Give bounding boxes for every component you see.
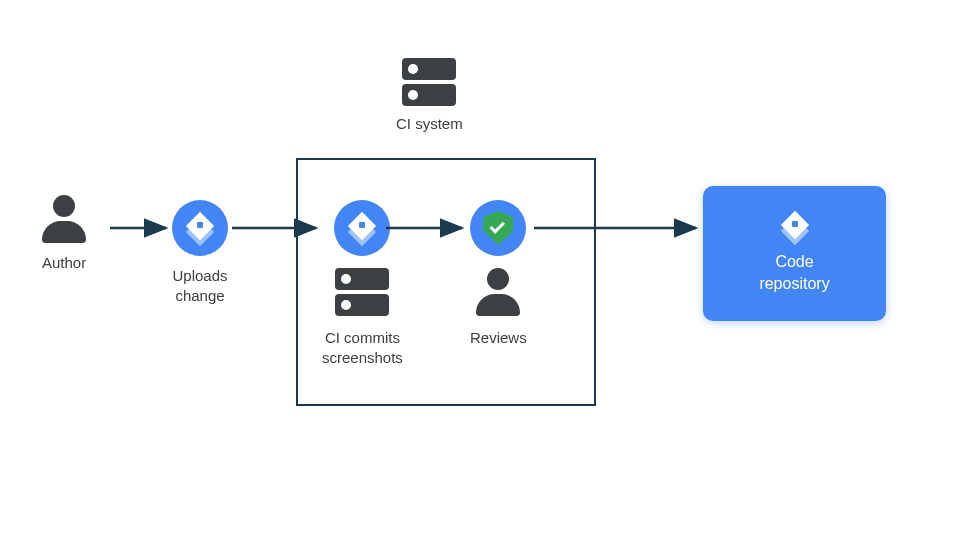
flow-arrows xyxy=(0,0,960,540)
